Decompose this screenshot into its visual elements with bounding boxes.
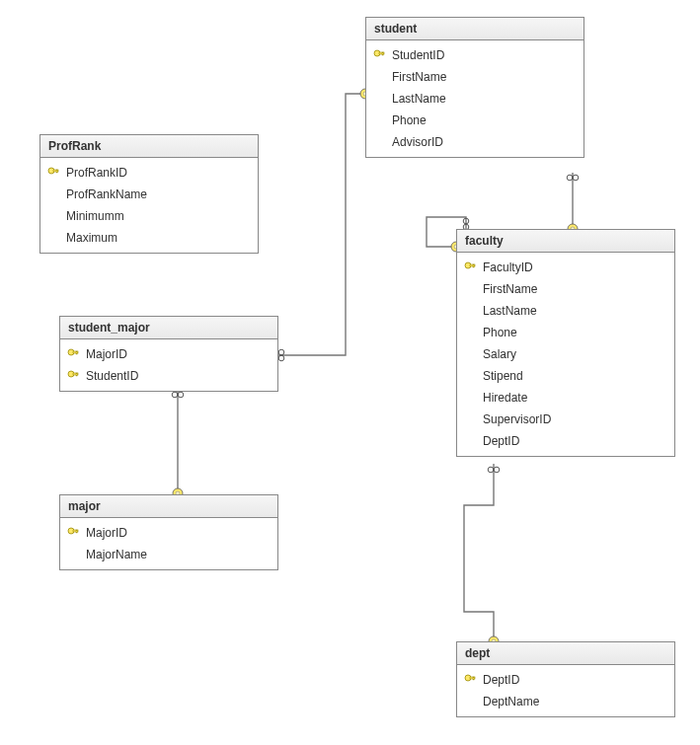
column-row: StudentID (366, 44, 583, 66)
column-row: FirstName (366, 66, 583, 88)
column-row: LastName (366, 88, 583, 110)
entity-title: ProfRank (40, 135, 258, 158)
column-name: StudentID (392, 46, 578, 64)
column-name: MajorName (86, 546, 272, 563)
entity-title: faculty (457, 230, 674, 253)
column-list: StudentID FirstName LastName Phone Advis… (366, 40, 583, 157)
column-name: Maximum (66, 229, 252, 247)
column-name: StudentID (86, 367, 272, 385)
column-name: MajorID (86, 524, 272, 542)
entity-student-major[interactable]: student_major MajorID StudentID (59, 316, 278, 392)
column-name: FirstName (483, 280, 668, 298)
column-name: Phone (483, 324, 668, 341)
column-name: AdvisorID (392, 133, 578, 151)
column-name: SupervisorID (483, 410, 668, 428)
column-name: Minimumm (66, 207, 252, 225)
column-row: DeptID (457, 669, 674, 691)
column-name: Hiredate (483, 389, 668, 407)
entity-profrank[interactable]: ProfRank ProfRankID ProfRankName Minimum… (39, 134, 259, 254)
column-row: Minimumm (40, 205, 258, 227)
column-row: DeptName (457, 691, 674, 712)
entity-title: major (60, 495, 277, 518)
column-list: DeptID DeptName (457, 665, 674, 716)
column-name: FirstName (392, 68, 578, 86)
entity-title: student (366, 18, 583, 40)
pk-key-icon (66, 348, 80, 360)
column-name: DeptID (483, 432, 668, 450)
pk-key-icon (66, 370, 80, 382)
column-name: DeptID (483, 671, 668, 689)
column-row: FacultyID (457, 257, 674, 278)
column-row: DeptID (457, 430, 674, 452)
column-name: FacultyID (483, 259, 668, 276)
column-row: AdvisorID (366, 131, 583, 153)
column-row: FirstName (457, 278, 674, 300)
column-row: Phone (457, 322, 674, 343)
column-name: LastName (483, 302, 668, 320)
column-name: MajorID (86, 345, 272, 363)
pk-key-icon (463, 261, 477, 273)
column-row: ProfRankName (40, 184, 258, 205)
column-row: Phone (366, 110, 583, 131)
entity-faculty[interactable]: faculty FacultyID FirstName LastName Pho… (456, 229, 675, 457)
entity-title: dept (457, 642, 674, 665)
column-row: Hiredate (457, 387, 674, 409)
column-list: ProfRankID ProfRankName Minimumm Maximum (40, 158, 258, 253)
column-name: LastName (392, 90, 578, 108)
column-list: FacultyID FirstName LastName Phone Salar… (457, 253, 674, 456)
column-row: Stipend (457, 365, 674, 387)
column-name: Phone (392, 112, 578, 129)
entity-major[interactable]: major MajorID MajorName (59, 494, 278, 570)
column-row: MajorID (60, 522, 277, 544)
column-row: MajorID (60, 343, 277, 365)
column-name: Stipend (483, 367, 668, 385)
column-row: ProfRankID (40, 162, 258, 184)
column-row: Maximum (40, 227, 258, 249)
entity-student[interactable]: student StudentID FirstName LastName Pho… (365, 17, 584, 158)
column-name: ProfRankID (66, 164, 252, 182)
column-list: MajorID MajorName (60, 518, 277, 569)
column-row: LastName (457, 300, 674, 322)
pk-key-icon (66, 527, 80, 539)
column-row: SupervisorID (457, 409, 674, 430)
entity-title: student_major (60, 317, 277, 339)
column-row: MajorName (60, 544, 277, 565)
column-name: DeptName (483, 693, 668, 710)
column-row: StudentID (60, 365, 277, 387)
column-name: Salary (483, 345, 668, 363)
pk-key-icon (463, 674, 477, 686)
pk-key-icon (46, 167, 60, 179)
column-name: ProfRankName (66, 186, 252, 203)
pk-key-icon (372, 49, 386, 61)
entity-dept[interactable]: dept DeptID DeptName (456, 641, 675, 717)
column-row: Salary (457, 343, 674, 365)
column-list: MajorID StudentID (60, 339, 277, 391)
